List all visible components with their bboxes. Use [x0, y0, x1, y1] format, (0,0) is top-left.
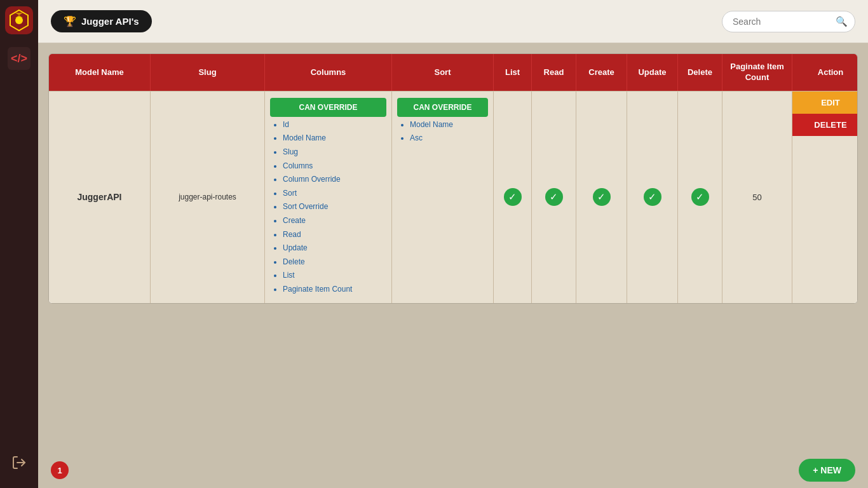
th-model-name: Model Name: [49, 54, 151, 91]
edit-button[interactable]: EDIT: [792, 92, 858, 114]
list-item[interactable]: Delete: [283, 255, 352, 269]
list-item[interactable]: Model Name: [283, 132, 352, 146]
sort-override-button[interactable]: CAN OVERRIDE: [397, 98, 488, 117]
sidebar-bottom: [10, 454, 28, 482]
update-check-icon: ✓: [644, 188, 661, 206]
create-check-icon: ✓: [593, 188, 611, 206]
td-columns: CAN OVERRIDE Id Model Name Slug Columns …: [265, 92, 392, 303]
td-sort: CAN OVERRIDE Model Name Asc: [392, 92, 494, 303]
api-table: Model Name Slug Columns Sort List Read: [48, 53, 858, 304]
td-slug: jugger-api-routes: [151, 92, 265, 303]
sort-list: Model Name Asc: [397, 118, 453, 146]
td-paginate-count: 50: [722, 92, 792, 303]
app-title-text: Jugger API's: [81, 16, 139, 27]
page-number-badge[interactable]: 1: [51, 461, 69, 479]
list-check-icon: ✓: [504, 188, 522, 206]
delete-check-icon: ✓: [691, 188, 709, 206]
footer: 1 + NEW: [38, 452, 868, 488]
table-header: Model Name Slug Columns Sort List Read: [49, 54, 857, 91]
search-container: 🔍: [722, 11, 855, 32]
td-update: ✓: [627, 92, 678, 303]
th-create: Create: [576, 54, 627, 91]
app-title-badge: 🏆 Jugger API's: [51, 10, 152, 32]
th-paginate-item-count: Paginate Item Count: [722, 54, 792, 91]
read-check-icon: ✓: [545, 188, 563, 206]
table-row: JuggerAPI jugger-api-routes CAN OVERRIDE…: [49, 91, 857, 303]
td-create: ✓: [576, 92, 627, 303]
td-read: ✓: [532, 92, 576, 303]
list-item[interactable]: List: [283, 269, 352, 283]
list-item[interactable]: Asc: [410, 132, 453, 146]
logout-icon[interactable]: [10, 454, 28, 471]
td-list: ✓: [494, 92, 532, 303]
content-area: Model Name Slug Columns Sort List Read: [38, 43, 868, 452]
th-delete: Delete: [678, 54, 722, 91]
th-action: Action: [792, 54, 858, 91]
list-item[interactable]: Sort Override: [283, 200, 352, 214]
list-item[interactable]: Update: [283, 241, 352, 255]
sidebar: </>: [0, 0, 38, 488]
td-action: EDIT DELETE: [792, 92, 858, 303]
list-item[interactable]: Model Name: [410, 118, 453, 132]
code-icon[interactable]: </>: [8, 47, 31, 70]
delete-button[interactable]: DELETE: [792, 114, 858, 136]
columns-override-button[interactable]: CAN OVERRIDE: [270, 98, 386, 117]
list-item[interactable]: Column Override: [283, 173, 352, 187]
th-list: List: [494, 54, 532, 91]
list-item[interactable]: Paginate Item Count: [283, 283, 352, 297]
list-item[interactable]: Create: [283, 214, 352, 228]
list-item[interactable]: Columns: [283, 159, 352, 173]
search-icon: 🔍: [836, 16, 848, 27]
th-slug: Slug: [151, 54, 265, 91]
list-item[interactable]: Read: [283, 228, 352, 242]
list-item[interactable]: Id: [283, 118, 352, 132]
list-item[interactable]: Sort: [283, 187, 352, 201]
td-delete: ✓: [678, 92, 722, 303]
th-read: Read: [532, 54, 576, 91]
new-button[interactable]: + NEW: [799, 459, 855, 482]
th-update: Update: [627, 54, 678, 91]
list-item[interactable]: Slug: [283, 146, 352, 159]
th-sort: Sort: [392, 54, 494, 91]
td-model-name: JuggerAPI: [49, 92, 151, 303]
app-title-icon: 🏆: [64, 15, 76, 27]
app-logo: [5, 6, 33, 34]
main-area: 🏆 Jugger API's 🔍 Model Name Slug Columns: [38, 0, 868, 488]
th-columns: Columns: [265, 54, 392, 91]
columns-list: Id Model Name Slug Columns Column Overri…: [270, 118, 352, 297]
header: 🏆 Jugger API's 🔍: [38, 0, 868, 43]
